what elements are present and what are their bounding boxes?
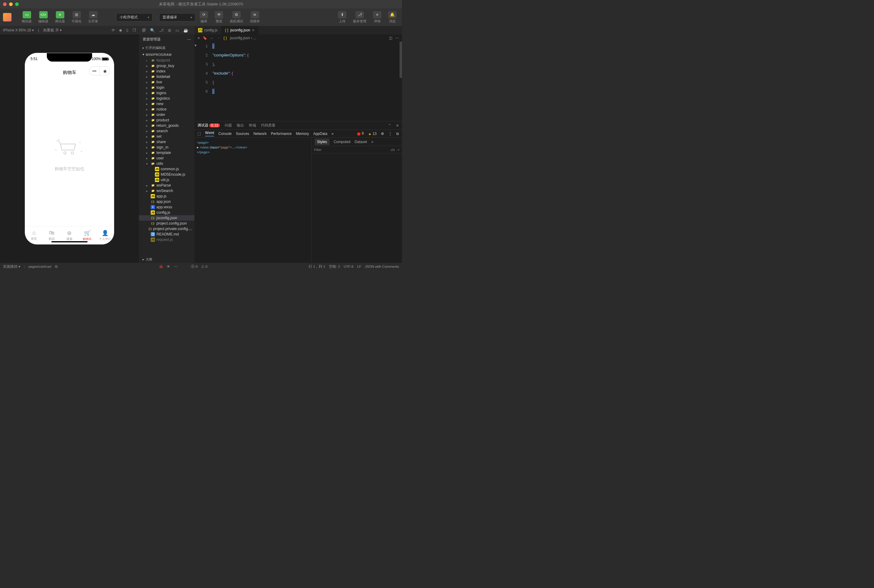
- compile-button[interactable]: ⟳编译: [197, 10, 210, 25]
- avatar-icon[interactable]: [3, 13, 12, 21]
- tree-item-share[interactable]: ▸📁share: [139, 139, 194, 145]
- more-icon[interactable]: ⋯: [187, 38, 191, 42]
- error-count[interactable]: ⓧ 0: [191, 264, 198, 269]
- bookmark-icon[interactable]: 🔖: [203, 36, 207, 40]
- tree-item-login[interactable]: ▸📁login: [139, 85, 194, 90]
- code-editor[interactable]: ▾ 123456 { "compilerOptions": { }, "excl…: [194, 42, 402, 121]
- capsule-close-icon[interactable]: ◉: [100, 67, 110, 75]
- phone-tab-首页[interactable]: ⌂首页: [25, 226, 43, 244]
- wxml-tool[interactable]: Wxml: [205, 131, 214, 136]
- appdata-tool[interactable]: AppData: [313, 132, 327, 136]
- back-icon[interactable]: ←: [210, 36, 214, 40]
- tree-item-wxParse[interactable]: ▸📁wxParse: [139, 183, 194, 188]
- tree-item-set[interactable]: ▸📁set: [139, 134, 194, 139]
- maximize-window-icon[interactable]: [15, 2, 19, 6]
- tree-item-new[interactable]: ▸📁new: [139, 101, 194, 106]
- compile-dropdown[interactable]: 普通编译▾: [159, 13, 195, 21]
- eol[interactable]: LF: [357, 265, 361, 268]
- terminal-tab[interactable]: 终端: [249, 123, 256, 128]
- tree-item-footprint[interactable]: ▸📁footprint: [139, 58, 194, 63]
- clear-cache-button[interactable]: ≋清缓存: [247, 10, 262, 25]
- sources-tool[interactable]: Sources: [236, 132, 249, 136]
- tree-item-jsconfig.json[interactable]: { }jsconfig.json: [139, 215, 194, 220]
- warning-count[interactable]: ⚠ 0: [201, 264, 207, 268]
- tree-item-sign_in[interactable]: ▸📁sign_in: [139, 145, 194, 150]
- device-selector[interactable]: iPhone X 85% 16 ▾: [3, 28, 34, 32]
- split-icon[interactable]: ◫: [389, 36, 392, 40]
- tree-item-app.js[interactable]: JSapp.js: [139, 194, 194, 199]
- codequality-tab[interactable]: 代码质量: [261, 123, 275, 128]
- tree-item-logins[interactable]: ▸📁logins: [139, 90, 194, 96]
- tree-item-util.js[interactable]: JSutil.js: [139, 177, 194, 183]
- tree-item-wxSearch[interactable]: ▸📁wxSearch: [139, 188, 194, 194]
- tree-item-listdetail[interactable]: ▸📁listdetail: [139, 74, 194, 80]
- indent-setting[interactable]: 空格: 2: [329, 264, 340, 269]
- close-icon[interactable]: ✕: [396, 123, 399, 128]
- git-icon[interactable]: ⎇: [159, 28, 164, 33]
- tree-item-order[interactable]: ▸📁order: [139, 112, 194, 117]
- output-tab[interactable]: 输出: [237, 123, 244, 128]
- network-tool[interactable]: Network: [253, 132, 267, 136]
- record-icon[interactable]: ◉: [119, 28, 122, 32]
- visual-button[interactable]: ⊞可视化: [69, 10, 84, 25]
- editor-tab-config.js[interactable]: JSconfig.js: [194, 26, 221, 34]
- breadcrumb[interactable]: ≡ 🔖 ← → { } jsconfig.json › ... ◫ ⋯: [194, 34, 402, 42]
- phone-icon[interactable]: ▯: [126, 28, 128, 32]
- phone-simulator[interactable]: 5:51 100% 购物车 ••• ◉ 购物车空空如也 ⌂首页🛍新品⊜搜索🛒购物…: [25, 53, 114, 244]
- list-icon[interactable]: ≡: [198, 36, 200, 40]
- refresh-icon[interactable]: ⟳: [112, 28, 115, 32]
- more-tools-icon[interactable]: »: [332, 132, 334, 136]
- ext-icon[interactable]: ⊞: [168, 28, 171, 33]
- project-section[interactable]: ▾ MINIPROGRAM: [139, 51, 194, 58]
- version-button[interactable]: ⎇版本管理: [351, 10, 369, 25]
- editor-tab-jsconfig.json[interactable]: { }jsconfig.json×: [221, 26, 258, 34]
- preview-button[interactable]: 👁预览: [212, 10, 225, 25]
- phone-tab-个人中心[interactable]: 👤个人中心: [96, 226, 114, 244]
- tree-item-logistics[interactable]: ▸📁logistics: [139, 96, 194, 101]
- mode-dropdown[interactable]: 小程序模式▾: [116, 13, 153, 21]
- styles-filter-input[interactable]: Filter: [314, 148, 321, 152]
- files-icon[interactable]: 🗐: [142, 28, 146, 33]
- detail-button[interactable]: ≡详情: [371, 10, 384, 25]
- tree-item-app.wxss[interactable]: #app.wxss: [139, 204, 194, 210]
- page-path-label[interactable]: 页面路径 ▾: [3, 264, 20, 269]
- tree-item-request.js[interactable]: JSrequest.js: [139, 237, 194, 242]
- hot-reload-toggle[interactable]: 热重载 开 ▾: [43, 28, 62, 33]
- dataset-tab[interactable]: Dataset: [354, 140, 367, 144]
- upload-button[interactable]: ⬆上传: [335, 10, 349, 25]
- editor-more-icon[interactable]: ⋯: [395, 36, 399, 40]
- computed-tab[interactable]: Computed: [334, 140, 350, 144]
- tree-item-utils[interactable]: ▾📂utils: [139, 161, 194, 166]
- tree-item-common.js[interactable]: JScommon.js: [139, 166, 194, 172]
- forward-icon[interactable]: →: [217, 36, 221, 40]
- cup-icon[interactable]: ☕: [183, 28, 188, 33]
- card-icon[interactable]: ▭: [176, 28, 179, 33]
- remote-debug-button[interactable]: ⚙真机调试: [227, 10, 246, 25]
- tree-item-app.json[interactable]: { }app.json: [139, 199, 194, 204]
- encoding[interactable]: UTF-8: [344, 265, 354, 268]
- simulator-button[interactable]: ▭模拟器: [20, 10, 34, 25]
- capsule-menu-icon[interactable]: •••: [89, 67, 100, 75]
- memory-tool[interactable]: Memory: [296, 132, 309, 136]
- search-icon[interactable]: 🔍: [150, 28, 155, 33]
- tree-item-return_goods[interactable]: ▸📁return_goods: [139, 123, 194, 128]
- collapse-icon[interactable]: ⌃: [388, 123, 391, 128]
- tree-item-search[interactable]: ▸📁search: [139, 128, 194, 134]
- dock-icon[interactable]: ⋮: [388, 132, 392, 136]
- styles-tab[interactable]: Styles: [315, 138, 329, 145]
- tree-item-live[interactable]: ▸📁live: [139, 80, 194, 85]
- editor-button[interactable]: </>编辑器: [36, 10, 51, 25]
- outline-section[interactable]: ▸ 大纲: [139, 256, 194, 263]
- status-more-icon[interactable]: ⋯: [174, 264, 177, 268]
- tree-item-group_buy[interactable]: ▸📁group_buy: [139, 63, 194, 69]
- tree-item-project.private.config....[interactable]: { }project.private.config....: [139, 226, 194, 231]
- eye-icon[interactable]: 👁: [167, 265, 170, 268]
- page-path[interactable]: pages/cart/cart: [29, 265, 51, 268]
- tree-item-user[interactable]: ▸📁user: [139, 156, 194, 161]
- message-button[interactable]: 🔔消息: [386, 10, 399, 25]
- tree-item-project.config.json[interactable]: { }project.config.json: [139, 220, 194, 226]
- performance-tool[interactable]: Performance: [271, 132, 292, 136]
- close-window-icon[interactable]: [3, 2, 7, 6]
- minimize-window-icon[interactable]: [9, 2, 13, 6]
- cursor-position[interactable]: 行 1，列 1: [309, 264, 325, 269]
